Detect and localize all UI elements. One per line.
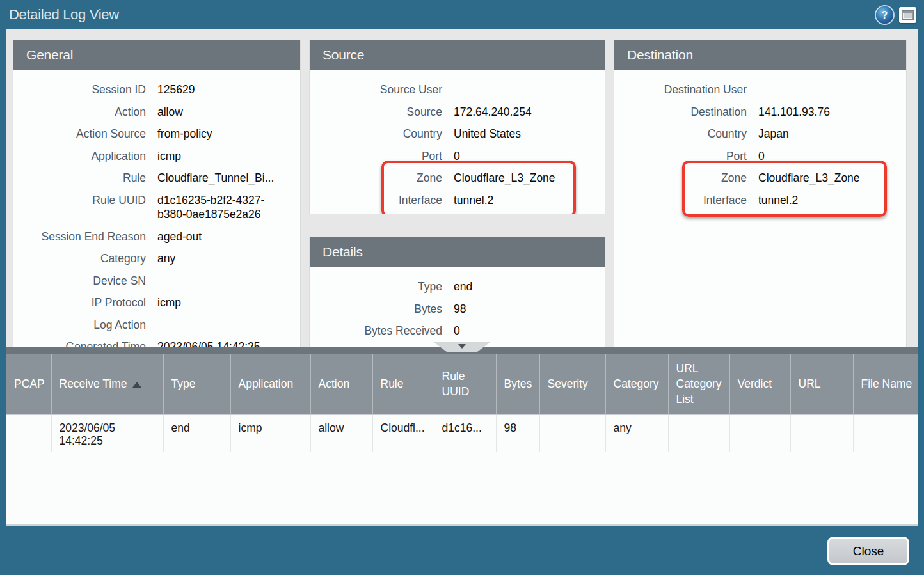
panel-details-header: Details xyxy=(310,237,605,267)
panel-destination-body: Destination User Destination141.101.93.7… xyxy=(614,70,906,211)
page-title: Detailed Log View xyxy=(8,6,119,23)
field-label: Rule UUID xyxy=(13,193,146,222)
panel-details-body: Typeend Bytes98 Bytes Received0 xyxy=(310,267,605,342)
panel-general-header: General xyxy=(13,40,300,70)
field-interface: Interfacetunnel.2 xyxy=(310,189,605,212)
field-value xyxy=(157,318,300,333)
field-value: 0 xyxy=(454,149,605,164)
column-header-label: Verdict xyxy=(738,377,772,390)
column-general: General Session ID125629 Actionallow Act… xyxy=(13,40,301,347)
panel-destination: Destination Destination User Destination… xyxy=(614,40,907,347)
log-table-area: PCAP Receive Time Type Application Actio… xyxy=(6,354,918,526)
field-value xyxy=(454,83,605,97)
field-zone: ZoneCloudflare_L3_Zone xyxy=(310,167,605,189)
field-label: Port xyxy=(310,149,442,164)
section-divider xyxy=(6,347,918,354)
field-value: icmp xyxy=(157,149,300,164)
cell-type: end xyxy=(163,414,230,452)
column-header-url[interactable]: URL xyxy=(790,354,853,414)
field-generated-time: Generated Time2023/06/05 14:42:25 xyxy=(13,336,300,347)
field-value: 172.64.240.254 xyxy=(454,105,605,120)
panel-general-body: Session ID125629 Actionallow Action Sour… xyxy=(13,70,300,347)
field-action-source: Action Sourcefrom-policy xyxy=(13,123,300,145)
column-header-pcap[interactable]: PCAP xyxy=(6,354,51,414)
field-label: Action Source xyxy=(13,127,146,141)
cell-file-name xyxy=(853,414,918,452)
table-row[interactable]: 2023/06/05 14:42:25 end icmp allow Cloud… xyxy=(6,414,918,452)
window-restore-icon[interactable] xyxy=(899,7,916,23)
field-label: Country xyxy=(310,127,442,141)
field-label: Source xyxy=(310,105,442,120)
panels-area: General Session ID125629 Actionallow Act… xyxy=(6,29,918,347)
window-glyph xyxy=(902,10,914,20)
collapse-handle[interactable] xyxy=(430,342,494,352)
field-value: from-policy xyxy=(157,127,300,141)
cell-receive-time: 2023/06/05 14:42:25 xyxy=(51,414,163,452)
column-header-bytes[interactable]: Bytes xyxy=(496,354,539,414)
field-label: Type xyxy=(310,280,442,294)
panel-details: Details Typeend Bytes98 Bytes Received0 xyxy=(309,237,605,347)
panel-source: Source Source User Source172.64.240.254 … xyxy=(309,40,605,214)
field-value: 2023/06/05 14:42:25 xyxy=(157,340,300,347)
field-value: 0 xyxy=(454,324,605,338)
column-header-label: PCAP xyxy=(14,377,45,390)
panel-source-header: Source xyxy=(310,40,605,70)
column-header-action[interactable]: Action xyxy=(310,354,372,414)
field-label: Bytes Received xyxy=(310,324,442,338)
field-label: Source User xyxy=(310,83,442,97)
column-header-receive-time[interactable]: Receive Time xyxy=(51,354,163,414)
cell-pcap xyxy=(6,414,51,452)
field-value: icmp xyxy=(157,295,300,310)
log-table: PCAP Receive Time Type Application Actio… xyxy=(6,354,918,452)
dialog-footer: Close xyxy=(0,526,924,575)
field-label: Zone xyxy=(614,171,747,185)
field-port: Port0 xyxy=(614,145,906,168)
column-header-severity[interactable]: Severity xyxy=(539,354,605,414)
cell-rule: Cloudfl... xyxy=(372,414,434,452)
column-header-label: Type xyxy=(171,377,196,390)
field-value xyxy=(758,83,906,97)
field-value: Cloudflare_L3_Zone xyxy=(454,171,605,185)
column-header-category[interactable]: Category xyxy=(605,354,668,414)
column-header-label: Receive Time xyxy=(60,377,127,390)
field-label: Country xyxy=(614,127,747,141)
table-header-row: PCAP Receive Time Type Application Actio… xyxy=(6,354,918,414)
field-destination-user: Destination User xyxy=(614,79,906,101)
panel-general: General Session ID125629 Actionallow Act… xyxy=(13,40,301,347)
panel-source-body: Source User Source172.64.240.254 Country… xyxy=(310,70,605,211)
field-value: end xyxy=(454,280,605,294)
cell-verdict xyxy=(729,414,790,452)
field-label: Action xyxy=(13,105,146,120)
field-category: Categoryany xyxy=(13,248,300,270)
column-header-type[interactable]: Type xyxy=(163,354,230,414)
field-value: tunnel.2 xyxy=(758,193,906,208)
field-label: Rule xyxy=(13,171,146,185)
field-value: 125629 xyxy=(157,83,300,97)
field-source-user: Source User xyxy=(310,79,605,101)
column-header-label: URL Category List xyxy=(676,362,722,406)
column-header-application[interactable]: Application xyxy=(230,354,310,414)
close-button[interactable]: Close xyxy=(827,537,909,565)
column-header-file-name[interactable]: File Name xyxy=(853,354,918,414)
column-header-rule[interactable]: Rule xyxy=(372,354,434,414)
field-destination: Destination141.101.93.76 xyxy=(614,101,906,123)
field-value: allow xyxy=(157,105,300,120)
field-value: tunnel.2 xyxy=(454,193,605,208)
field-label: Log Action xyxy=(13,318,146,333)
field-port: Port0 xyxy=(310,145,605,168)
column-header-rule-uuid[interactable]: Rule UUID xyxy=(434,354,496,414)
field-bytes-received: Bytes Received0 xyxy=(310,320,605,342)
field-action: Actionallow xyxy=(13,101,300,123)
cell-url-category-list xyxy=(668,414,729,452)
cell-application: icmp xyxy=(230,414,310,452)
column-header-label: File Name xyxy=(861,377,912,390)
column-header-url-category-list[interactable]: URL Category List xyxy=(668,354,729,414)
column-header-verdict[interactable]: Verdict xyxy=(729,354,790,414)
field-label: Destination User xyxy=(614,83,747,97)
field-value: 141.101.93.76 xyxy=(758,105,906,120)
field-type: Typeend xyxy=(310,276,605,298)
column-header-label: Application xyxy=(239,377,294,390)
column-header-label: Bytes xyxy=(504,377,532,390)
help-icon[interactable]: ? xyxy=(876,6,893,24)
cell-rule-uuid: d1c16... xyxy=(434,414,496,452)
